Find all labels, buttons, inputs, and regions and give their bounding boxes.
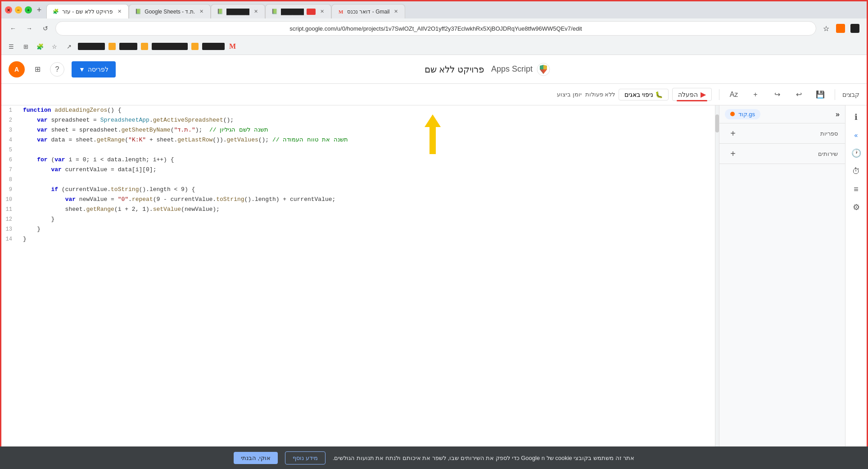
tab-favicon-gmail: M [337,8,344,15]
tab-3[interactable]: 📗 ██████ ✕ [211,4,265,18]
window-minimize-btn[interactable]: − [15,6,22,14]
line-content-13: } [19,224,715,234]
forward-button[interactable]: → [23,22,36,35]
tab-favicon-3: 📗 [217,8,224,15]
tab-close-gmail[interactable]: ✕ [392,8,399,15]
line-content-6: for (var i = 0; i < data.length; i++) { [19,155,715,165]
address-input[interactable] [55,21,816,36]
format-button[interactable]: Az [727,87,741,102]
deploy-button[interactable]: ▼ לפריסה [72,61,116,77]
undo-button[interactable]: ↩ [791,87,806,102]
add-button[interactable]: + [748,87,763,102]
help-button[interactable]: ? [50,62,64,77]
add-icon: + [753,91,757,99]
line-num-7: 7 [1,165,19,175]
cookie-more-btn[interactable]: מידע נוסף [285,451,326,464]
clock-icon: ⏱ [852,167,860,176]
line-num-5: 5 [1,145,19,155]
tab-gmail[interactable]: M דואר נכנס - Gmail ✕ [331,4,405,18]
list-icon: ≡ [854,185,859,194]
run-label: הפעלה [678,91,698,98]
libraries-add-btn[interactable]: + [727,127,739,140]
header-left: A ⊞ ? [9,61,64,77]
toolbar-separator-1 [835,89,835,100]
cookie-banner: אוקי, הבנתי מידע נוסף אתר זה משתמש בקובצ… [0,446,868,469]
reload-button[interactable]: ↺ [39,22,52,35]
code-line-10: 10 var newValue = "0".repeat(9 - current… [1,195,715,205]
ext-btn[interactable]: 🧩 [34,40,46,53]
sidebar-expand-btn[interactable]: « [848,127,864,143]
debug-label: ניפוי באגים [624,91,653,98]
debug-button[interactable]: 🐛 ניפוי באגים [619,89,669,100]
execution-log-label: יומן ביצוע [557,91,582,98]
code-line-5: 5 [1,145,715,155]
tab-google-sheets[interactable]: 📗 Google Sheets - ת.ד. ✕ [129,4,211,18]
run-button[interactable]: ▶ הפעלה [672,88,712,101]
sidebar-clock-btn[interactable]: ⏱ [848,163,864,179]
sidebar-info-btn[interactable]: ℹ [848,109,864,125]
brand-logo-svg [536,62,551,77]
panel-expand-btn[interactable]: » [836,110,840,118]
code-scrollbar[interactable] [715,105,719,448]
line-content-1: function addLeadingZeros() { [19,105,715,115]
save-icon: 💾 [816,90,825,99]
tab-label-4: ██████ [281,9,304,15]
info-icon: ℹ [854,112,858,122]
no-executions-label: ללא פעולות [585,91,615,98]
line-num-4: 4 [1,135,19,145]
code-line-2: 2 var spreadsheet = SpreadsheetApp.getAc… [1,115,715,125]
active-file-tab[interactable]: קוד.gs [725,109,760,119]
ext-icon-2[interactable] [849,22,861,35]
ext-icon-1[interactable] [834,22,847,35]
save-button[interactable]: 💾 [813,87,827,102]
run-icon: ▶ [701,90,706,99]
tab-apps-script[interactable]: 🧩 פרויקט ללא שם - עזר ✕ [46,4,129,18]
address-bar-row: ← → ↺ ☆ [1,18,867,38]
window-maximize-btn[interactable]: + [25,6,32,14]
line-content-3: var sheet = spreadsheet.getSheetByName("… [19,125,715,135]
redo-button[interactable]: ↪ [770,87,784,102]
code-line-6: 6 for (var i = 0; i < data.length; i++) … [1,155,715,165]
cookie-ok-btn[interactable]: אוקי, הבנתי [234,452,278,464]
expand-icon: « [854,132,858,139]
black-ext-icon [850,24,859,33]
code-line-14: 14 } [1,234,715,244]
line-content-2: var spreadsheet = SpreadsheetApp.getActi… [19,115,715,125]
code-editor[interactable]: 1 function addLeadingZeros() { 2 var spr… [1,105,715,448]
bookmark-icon-1 [108,43,116,50]
toolbar-separator-2 [719,89,719,100]
google-apps-button[interactable]: ⊞ [30,62,45,77]
line-num-1: 1 [1,105,19,115]
tab-4[interactable]: 📗 ██████ ✕ [265,4,331,18]
back-button[interactable]: ← [7,22,19,35]
libraries-section[interactable]: + ספריות [719,123,845,144]
line-content-10: var newValue = "0".repeat(9 - currentVal… [19,195,715,205]
menu-btn[interactable]: ☰ [5,40,18,53]
tab-label-2: Google Sheets - ת.ד. [145,9,195,15]
line-num-9: 9 [1,185,19,195]
line-num-8: 8 [1,175,19,185]
forward-btn2[interactable]: ↗ [63,40,75,53]
line-content-9: if (currentValue.toString().length < 9) … [19,185,715,195]
bookmark-icon-2 [141,43,148,50]
window-close-btn[interactable]: ✕ [5,6,12,14]
sidebar-history-btn[interactable]: 🕐 [848,145,864,161]
apps-btn[interactable]: ⊞ [19,40,32,53]
undo-icon: ↩ [796,90,802,99]
services-label: שירותים [818,150,838,157]
orange-ext-icon [836,24,845,33]
services-add-btn[interactable]: + [727,147,739,160]
tab-close-4[interactable]: ✕ [318,8,326,15]
sidebar-settings-btn[interactable]: ⚙ [848,199,864,215]
bookmarks-toolbar: ☰ ⊞ 🧩 ☆ ↗ M [1,38,867,55]
star-btn[interactable]: ☆ [48,40,61,53]
tab-close-3[interactable]: ✕ [252,8,259,15]
new-tab-button[interactable]: + [33,4,45,16]
tab-close-1[interactable]: ✕ [116,8,123,15]
services-section[interactable]: + שירותים [719,144,845,164]
ext-icon-star[interactable]: ☆ [820,22,832,35]
brand-name: Apps Script [491,64,533,74]
sidebar-list-btn[interactable]: ≡ [848,181,864,197]
tab-close-2[interactable]: ✕ [198,8,205,15]
app-logo: A [9,61,25,77]
